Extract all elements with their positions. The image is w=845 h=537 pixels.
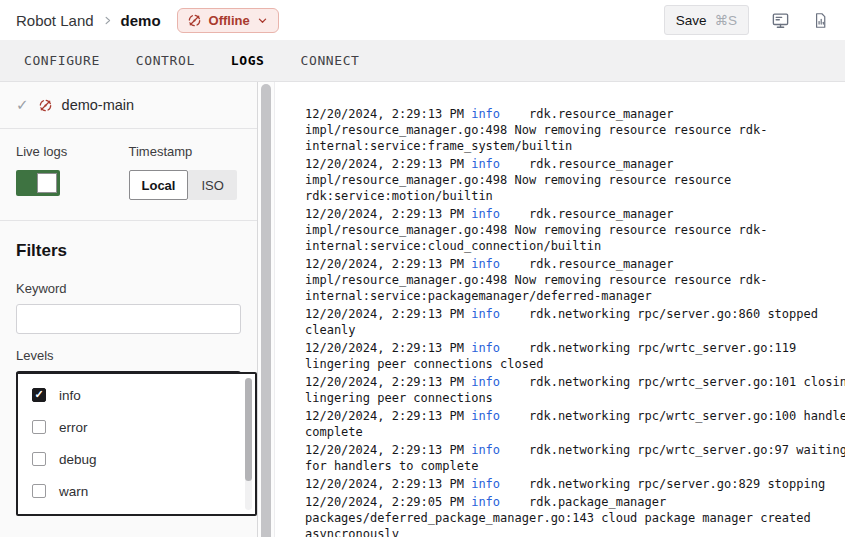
breadcrumb-org[interactable]: Robot Land bbox=[16, 12, 94, 29]
save-button-label: Save bbox=[676, 13, 707, 28]
log-entry: 12/20/2024, 2:29:13 PM info rdk.resource… bbox=[305, 156, 845, 204]
logs-sidebar: ✓ demo-main Live logs bbox=[0, 82, 258, 537]
log-timestamp: 12/20/2024, 2:29:13 PM bbox=[305, 157, 471, 171]
app-root: Robot Land demo Offline Save ⌘S bbox=[0, 0, 845, 537]
timestamp-local-button[interactable]: Local bbox=[129, 170, 189, 200]
live-logs-toggle[interactable] bbox=[16, 170, 60, 196]
tab-configure[interactable]: CONFIGURE bbox=[24, 53, 100, 68]
levels-option-list: infoerrordebugwarn bbox=[18, 379, 255, 507]
log-level[interactable]: info bbox=[471, 307, 500, 321]
log-level[interactable]: info bbox=[471, 107, 500, 121]
machine-status-badge[interactable]: Offline bbox=[177, 8, 279, 33]
tab-logs[interactable]: LOGS bbox=[231, 53, 265, 68]
level-option-label: info bbox=[59, 388, 81, 403]
log-level[interactable]: info bbox=[471, 157, 500, 171]
timestamp-iso-button[interactable]: ISO bbox=[188, 170, 236, 200]
monitor-icon bbox=[771, 11, 790, 30]
log-level[interactable]: info bbox=[471, 495, 500, 509]
log-entry: 12/20/2024, 2:29:13 PM info rdk.resource… bbox=[305, 256, 845, 304]
levels-label: Levels bbox=[16, 348, 241, 363]
level-option-info[interactable]: info bbox=[18, 379, 255, 411]
chevron-right-icon bbox=[102, 15, 113, 26]
log-entry: 12/20/2024, 2:29:13 PM info rdk.networki… bbox=[305, 340, 845, 372]
log-timestamp: 12/20/2024, 2:29:13 PM bbox=[305, 409, 471, 423]
keyword-input[interactable] bbox=[16, 304, 241, 334]
level-option-error[interactable]: error bbox=[18, 411, 255, 443]
part-offline-icon bbox=[38, 98, 53, 113]
log-timestamp: 12/20/2024, 2:29:13 PM bbox=[305, 207, 471, 221]
log-level[interactable]: info bbox=[471, 375, 500, 389]
live-logs-control: Live logs bbox=[16, 144, 129, 200]
dropdown-scrollbar[interactable] bbox=[245, 378, 252, 510]
level-option-partial bbox=[18, 507, 255, 516]
breadcrumb: Robot Land demo bbox=[16, 12, 161, 29]
checkbox-checked-icon[interactable] bbox=[32, 388, 46, 402]
log-timestamp: 12/20/2024, 2:29:13 PM bbox=[305, 375, 471, 389]
level-option-label: error bbox=[59, 420, 88, 435]
log-entry: 12/20/2024, 2:29:13 PM info rdk.networki… bbox=[305, 374, 845, 406]
part-selector[interactable]: ✓ demo-main bbox=[0, 82, 257, 129]
log-timestamp: 12/20/2024, 2:29:13 PM bbox=[305, 107, 471, 121]
log-timestamp: 12/20/2024, 2:29:13 PM bbox=[305, 307, 471, 321]
level-option-label: debug bbox=[59, 452, 97, 467]
logs-scrollbar-thumb[interactable] bbox=[261, 84, 271, 537]
log-level[interactable]: info bbox=[471, 257, 500, 271]
file-chart-icon bbox=[812, 12, 829, 29]
level-option-label: warn bbox=[59, 484, 88, 499]
log-list: 12/20/2024, 2:29:13 PM info rdk.resource… bbox=[305, 106, 845, 537]
log-timestamp: 12/20/2024, 2:29:13 PM bbox=[305, 257, 471, 271]
status-badge-label: Offline bbox=[209, 13, 250, 28]
timestamp-control: Timestamp Local ISO bbox=[129, 144, 242, 200]
log-timestamp: 12/20/2024, 2:29:05 PM bbox=[305, 495, 471, 509]
checkbox-icon[interactable] bbox=[32, 452, 46, 466]
report-button[interactable] bbox=[812, 12, 829, 29]
log-entry: 12/20/2024, 2:29:05 PM info rdk.package_… bbox=[305, 494, 845, 537]
content-area: ✓ demo-main Live logs bbox=[0, 82, 845, 537]
log-level[interactable]: info bbox=[471, 477, 500, 491]
tab-connect[interactable]: CONNECT bbox=[301, 53, 360, 68]
toggle-knob bbox=[37, 173, 57, 193]
log-timestamp: 12/20/2024, 2:29:13 PM bbox=[305, 477, 471, 491]
log-entry: 12/20/2024, 2:29:13 PM info rdk.networki… bbox=[305, 442, 845, 474]
keyword-label: Keyword bbox=[16, 281, 241, 296]
log-entry: 12/20/2024, 2:29:13 PM info rdk.networki… bbox=[305, 408, 845, 440]
logs-scrollbar-track[interactable] bbox=[258, 82, 275, 537]
live-logs-label: Live logs bbox=[16, 144, 129, 159]
log-level[interactable]: info bbox=[471, 443, 500, 457]
log-entry: 12/20/2024, 2:29:13 PM info rdk.resource… bbox=[305, 106, 845, 154]
save-shortcut: ⌘S bbox=[714, 12, 737, 28]
log-message: rdk.networking rpc/server.go:829 stoppin… bbox=[500, 477, 825, 491]
tab-control[interactable]: CONTROL bbox=[136, 53, 195, 68]
logs-panel: 12/20/2024, 2:29:13 PM info rdk.resource… bbox=[258, 82, 845, 537]
timestamp-segmented: Local ISO bbox=[129, 170, 242, 200]
levels-dropdown: infoerrordebugwarn bbox=[16, 372, 257, 516]
dropdown-scrollbar-thumb[interactable] bbox=[245, 378, 252, 481]
top-bar: Robot Land demo Offline Save ⌘S bbox=[0, 0, 845, 40]
part-name: demo-main bbox=[62, 97, 135, 113]
checkbox-icon[interactable] bbox=[32, 484, 46, 498]
log-controls: Live logs Timestamp Local ISO bbox=[0, 129, 257, 221]
log-level[interactable]: info bbox=[471, 409, 500, 423]
level-option-warn[interactable]: warn bbox=[18, 475, 255, 507]
log-level[interactable]: info bbox=[471, 207, 500, 221]
checkbox-icon[interactable] bbox=[32, 420, 46, 434]
chevron-down-icon bbox=[257, 15, 268, 26]
level-option-debug[interactable]: debug bbox=[18, 443, 255, 475]
machine-monitor-button[interactable] bbox=[771, 11, 790, 30]
timestamp-label: Timestamp bbox=[129, 144, 242, 159]
check-icon: ✓ bbox=[16, 96, 29, 114]
log-timestamp: 12/20/2024, 2:29:13 PM bbox=[305, 443, 471, 457]
log-level[interactable]: info bbox=[471, 341, 500, 355]
log-timestamp: 12/20/2024, 2:29:13 PM bbox=[305, 341, 471, 355]
save-button[interactable]: Save ⌘S bbox=[664, 5, 749, 35]
log-entry: 12/20/2024, 2:29:13 PM info rdk.networki… bbox=[305, 306, 845, 338]
log-entry: 12/20/2024, 2:29:13 PM info rdk.networki… bbox=[305, 476, 845, 492]
filters-title: Filters bbox=[16, 241, 241, 261]
offline-icon bbox=[187, 13, 202, 28]
log-entry: 12/20/2024, 2:29:13 PM info rdk.resource… bbox=[305, 206, 845, 254]
breadcrumb-machine: demo bbox=[121, 12, 161, 29]
tab-bar: CONFIGURECONTROLLOGSCONNECT bbox=[0, 40, 845, 82]
